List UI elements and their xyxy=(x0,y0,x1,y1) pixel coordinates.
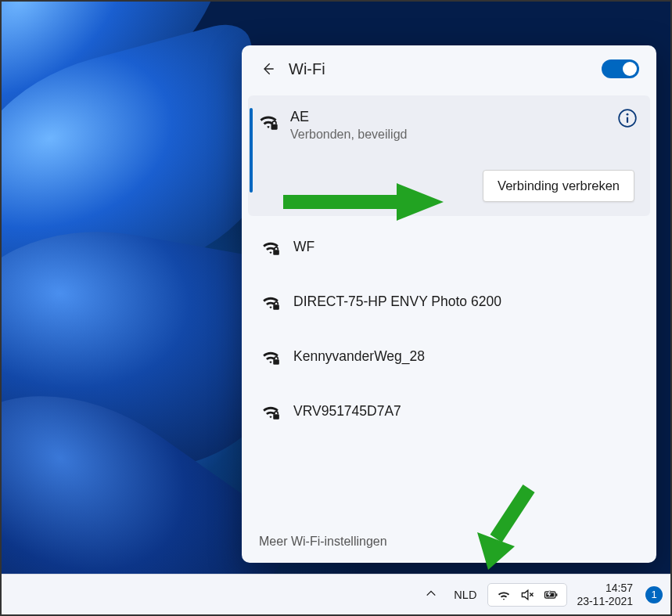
notification-badge[interactable]: 1 xyxy=(645,586,663,603)
wifi-secure-icon xyxy=(261,291,282,313)
svg-rect-6 xyxy=(273,360,279,366)
chevron-up-icon xyxy=(426,588,437,599)
wifi-secure-icon xyxy=(261,236,282,258)
network-name: VRV951745D7A7 xyxy=(293,402,638,420)
battery-charging-icon xyxy=(543,587,559,603)
tray-overflow-button[interactable] xyxy=(419,583,443,606)
network-name: WF xyxy=(293,238,638,256)
network-status: Verbonden, beveiligd xyxy=(290,128,606,142)
network-name: AE xyxy=(290,108,606,126)
network-item-connected[interactable]: AE Verbonden, beveiligd Verbinding verbr… xyxy=(248,95,650,216)
network-list: AE Verbonden, beveiligd Verbinding verbr… xyxy=(242,91,656,521)
svg-rect-3 xyxy=(627,117,628,123)
wifi-toggle[interactable] xyxy=(602,59,639,78)
volume-muted-icon xyxy=(519,587,535,603)
clock-day: 23-11-2021 xyxy=(577,595,633,608)
clock-date[interactable]: 14:57 23-11-2021 xyxy=(572,582,638,608)
svg-rect-7 xyxy=(273,415,279,420)
disconnect-button[interactable]: Verbinding verbreken xyxy=(483,170,634,202)
network-info-button[interactable] xyxy=(617,108,638,128)
wifi-icon xyxy=(496,587,512,603)
network-name: DIRECT-75-HP ENVY Photo 6200 xyxy=(293,293,638,311)
more-wifi-settings-link[interactable]: Meer Wi-Fi-instellingen xyxy=(242,521,656,563)
panel-header: Wi-Fi xyxy=(242,45,656,91)
svg-point-2 xyxy=(627,113,629,116)
taskbar: NLD 14:57 23-11-2021 1 xyxy=(2,574,670,614)
wifi-quick-panel: Wi-Fi AE Verbonden, beveiligd Verbinding… xyxy=(242,45,656,563)
clock-time: 14:57 xyxy=(577,582,633,595)
svg-rect-0 xyxy=(271,124,278,130)
network-item[interactable]: VRV951745D7A7 xyxy=(242,384,656,438)
network-name: KennyvanderWeg_28 xyxy=(293,348,638,366)
system-tray-group[interactable] xyxy=(487,583,567,607)
svg-rect-5 xyxy=(273,305,279,311)
back-button[interactable] xyxy=(259,59,278,78)
arrow-left-icon xyxy=(261,61,276,77)
panel-title: Wi-Fi xyxy=(289,60,591,78)
language-indicator[interactable]: NLD xyxy=(447,584,483,606)
network-item[interactable]: KennyvanderWeg_28 xyxy=(242,329,656,384)
wifi-secure-icon xyxy=(261,346,282,368)
svg-rect-4 xyxy=(273,250,279,256)
network-item[interactable]: WF xyxy=(242,219,656,274)
wifi-secure-icon xyxy=(257,110,279,131)
info-icon xyxy=(617,108,638,128)
wifi-secure-icon xyxy=(261,401,282,423)
network-item[interactable]: DIRECT-75-HP ENVY Photo 6200 xyxy=(242,274,656,329)
svg-rect-13 xyxy=(556,593,558,596)
